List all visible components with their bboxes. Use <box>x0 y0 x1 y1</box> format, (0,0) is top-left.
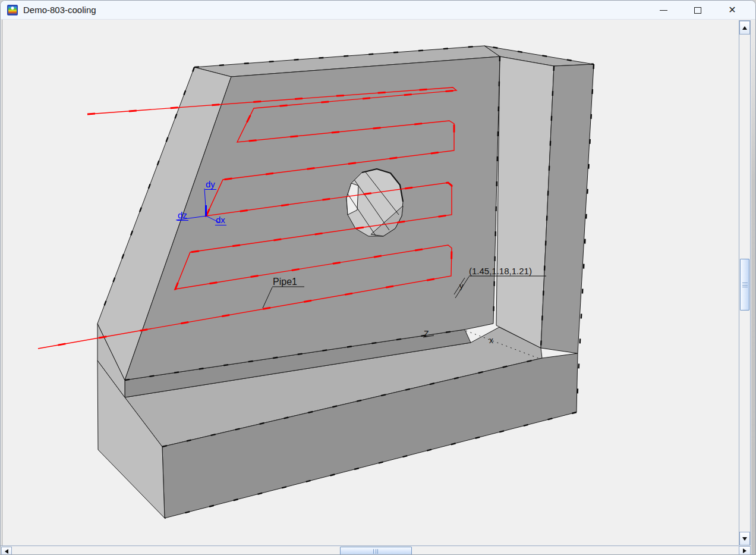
scroll-right-button[interactable] <box>739 546 751 555</box>
maximize-button[interactable] <box>688 1 708 20</box>
dy-axis-label: dy <box>206 179 215 189</box>
arrow-down-icon <box>742 537 747 541</box>
minimize-icon <box>660 10 667 11</box>
minimize-button[interactable] <box>653 1 673 20</box>
scroll-left-button[interactable] <box>1 547 12 555</box>
thumb-grip-icon <box>742 283 748 287</box>
arrow-left-icon <box>5 549 8 554</box>
y-direction-mark: y <box>459 281 464 290</box>
vertical-scroll-thumb[interactable] <box>740 259 749 311</box>
horizontal-scroll-thumb[interactable] <box>340 547 412 555</box>
window-frame-edge <box>751 20 756 555</box>
cad-3d-view[interactable]: dy dz dx Pipe1 (1.45,1.18,1.21) y Z <box>2 20 739 545</box>
x-direction-mark: x <box>489 335 493 345</box>
arrow-up-icon <box>742 26 747 30</box>
scroll-down-button[interactable] <box>739 532 750 545</box>
arrow-right-icon <box>743 548 746 553</box>
app-icon <box>7 5 18 15</box>
maximize-icon <box>694 7 701 14</box>
title-bar[interactable]: Demo-803-cooling ✕ <box>1 1 756 20</box>
horizontal-scrollbar[interactable] <box>1 545 739 555</box>
close-button[interactable]: ✕ <box>722 1 742 20</box>
pipe1-label[interactable]: Pipe1 <box>273 277 297 287</box>
scroll-up-button[interactable] <box>739 21 750 35</box>
close-icon: ✕ <box>728 5 736 15</box>
app-window: Demo-803-cooling ✕ <box>0 0 756 555</box>
viewport-canvas[interactable]: dy dz dx Pipe1 (1.45,1.18,1.21) y Z <box>2 20 739 545</box>
window-title: Demo-803-cooling <box>23 5 96 15</box>
dx-axis-label: dx <box>216 215 225 225</box>
thumb-grip-icon <box>373 549 378 554</box>
vertical-scrollbar[interactable] <box>739 20 751 545</box>
dz-axis-label: dz <box>178 210 187 220</box>
point-coords-label[interactable]: (1.45,1.18,1.21) <box>469 266 532 276</box>
